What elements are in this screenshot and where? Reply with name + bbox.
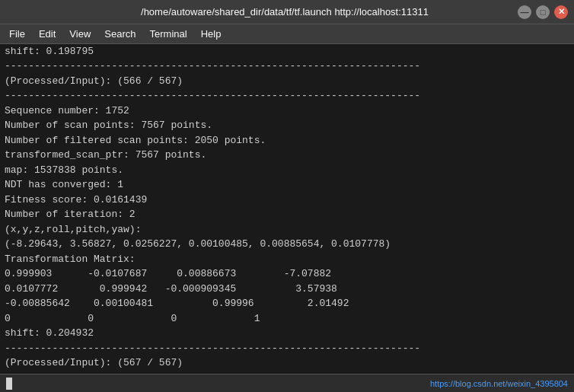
terminal-line: Number of filtered scan points: 2050 poi…: [5, 133, 569, 148]
menu-item-view[interactable]: View: [63, 27, 97, 41]
terminal-line: shift: 0.204932: [5, 326, 569, 341]
minimize-button[interactable]: —: [518, 5, 531, 19]
terminal-line: -0.00885642 0.00100481 0.99996 2.01492: [5, 296, 569, 311]
terminal-line: shift: 0.198795: [5, 44, 569, 59]
terminal-line: NDT has converged: 1: [5, 177, 569, 193]
menu-item-help[interactable]: Help: [195, 27, 228, 41]
menu-bar: FileEditViewSearchTerminalHelp: [0, 24, 574, 44]
title-bar: /home/autoware/shared_dir/data/tf/tf.lau…: [0, 0, 574, 24]
terminal-output: 0 0 0 1shift: 0.198795------------------…: [0, 44, 574, 374]
terminal-line: 0.999903 -0.0107687 0.00886673 -7.07882: [5, 266, 569, 282]
window-controls: — □ ✕: [518, 5, 568, 19]
terminal-line: Sequence number: 1752: [5, 104, 569, 119]
close-button[interactable]: ✕: [554, 5, 568, 19]
terminal-line: map: 1537838 points.: [5, 163, 569, 178]
terminal-line: (x,y,z,roll,pitch,yaw):: [5, 222, 569, 237]
menu-item-file[interactable]: File: [3, 27, 31, 41]
menu-item-edit[interactable]: Edit: [33, 27, 62, 41]
terminal-line: Number of iteration: 2: [5, 207, 569, 222]
window-title: /home/autoware/shared_dir/data/tf/tf.lau…: [52, 6, 518, 18]
menu-item-terminal[interactable]: Terminal: [144, 27, 193, 41]
terminal-line: 0.0107772 0.999942 -0.000909345 3.57938: [5, 282, 569, 297]
status-link: https://blog.csdn.net/weixin_4395804: [430, 379, 568, 388]
terminal-line: Fitness score: 0.0161439: [5, 193, 569, 208]
status-bar: https://blog.csdn.net/weixin_4395804: [0, 374, 574, 392]
terminal-line: (Processed/Input): (566 / 567): [5, 74, 569, 89]
terminal-line: 0 0 0 1: [5, 311, 569, 327]
terminal-line: transformed_scan_ptr: 7567 points.: [5, 148, 569, 163]
terminal-line: ----------------------------------------…: [5, 341, 569, 356]
maximize-button[interactable]: □: [536, 5, 550, 19]
terminal-line: Transformation Matrix:: [5, 252, 569, 267]
cursor-indicator: [6, 378, 12, 390]
terminal-line: (Processed/Input): (567 / 567): [5, 355, 569, 371]
menu-item-search[interactable]: Search: [98, 27, 142, 41]
terminal-line: ----------------------------------------…: [5, 59, 569, 74]
terminal-line: Number of scan points: 7567 points.: [5, 118, 569, 133]
terminal-line: (-8.29643, 3.56827, 0.0256227, 0.0010048…: [5, 237, 569, 252]
terminal-line: ----------------------------------------…: [5, 88, 569, 104]
